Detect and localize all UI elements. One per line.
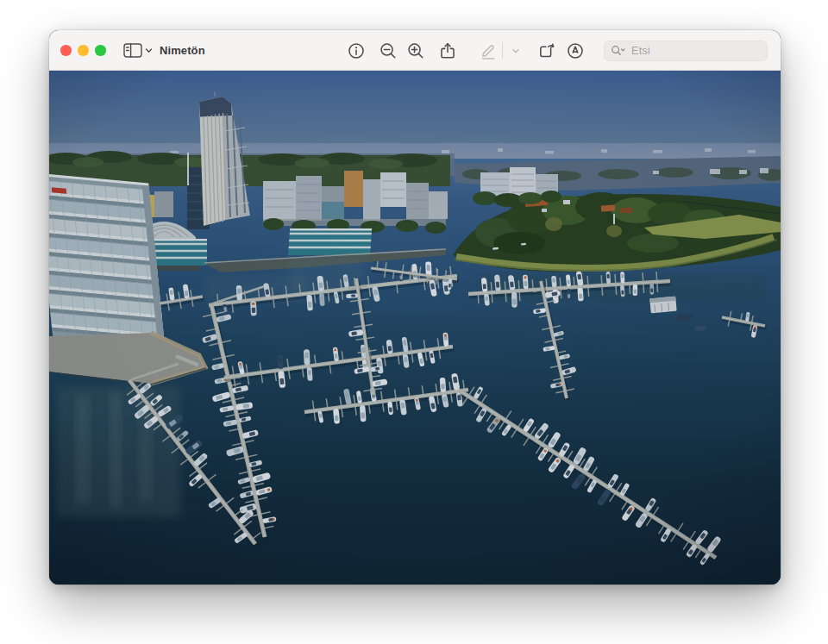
zoom-in-button[interactable]: [403, 40, 429, 61]
annotate-pen-icon: [566, 41, 585, 60]
close-button[interactable]: [60, 45, 72, 56]
photo-vignette: [49, 71, 781, 585]
share-icon: [438, 41, 457, 60]
info-icon: [347, 41, 366, 60]
rotate-button[interactable]: [534, 40, 560, 61]
chevron-down-icon: [509, 44, 523, 58]
zoom-window-button[interactable]: [95, 45, 106, 56]
markup-button[interactable]: [475, 40, 501, 61]
search-chevron-icon: [622, 49, 624, 51]
search-field[interactable]: [604, 41, 768, 61]
window-title: Nimetön: [160, 30, 205, 71]
markup-pencil-icon: [479, 41, 498, 60]
minimize-button[interactable]: [78, 45, 89, 56]
toolbar-divider: [502, 42, 503, 59]
zoom-out-icon: [379, 41, 398, 60]
image-canvas[interactable]: [49, 71, 781, 585]
preview-window: Nimetön: [49, 30, 781, 585]
chevron-down-icon: [147, 49, 152, 52]
zoom-in-icon: [406, 41, 425, 60]
sidebar-toggle-button[interactable]: [122, 40, 154, 61]
markup-options-button[interactable]: [506, 40, 525, 61]
rotate-icon: [537, 41, 556, 60]
desktop: { "window": { "title": "Nimetön" }, "tit…: [0, 0, 828, 644]
annotate-button[interactable]: [562, 40, 588, 61]
titlebar[interactable]: Nimetön: [49, 30, 781, 71]
search-icon: [612, 46, 621, 54]
marina-photo: [49, 71, 781, 585]
sidebar-icon: [124, 44, 141, 57]
zoom-out-button[interactable]: [375, 40, 401, 61]
info-button[interactable]: [343, 40, 369, 61]
share-button[interactable]: [435, 40, 461, 61]
search-input[interactable]: [630, 43, 761, 58]
